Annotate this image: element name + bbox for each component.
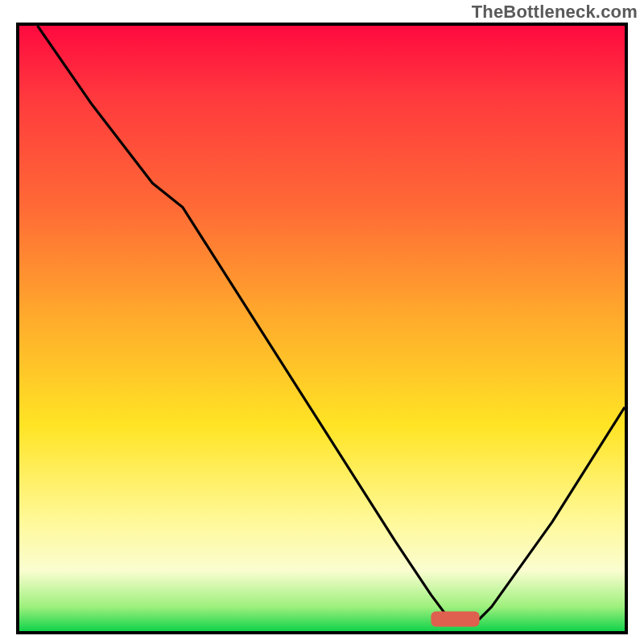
curve-overlay bbox=[19, 26, 625, 631]
optimal-marker bbox=[431, 612, 479, 627]
plot-area bbox=[16, 23, 628, 634]
watermark-text: TheBottleneck.com bbox=[472, 2, 638, 23]
bottleneck-curve bbox=[38, 26, 625, 619]
chart-frame: TheBottleneck.com bbox=[0, 0, 644, 644]
